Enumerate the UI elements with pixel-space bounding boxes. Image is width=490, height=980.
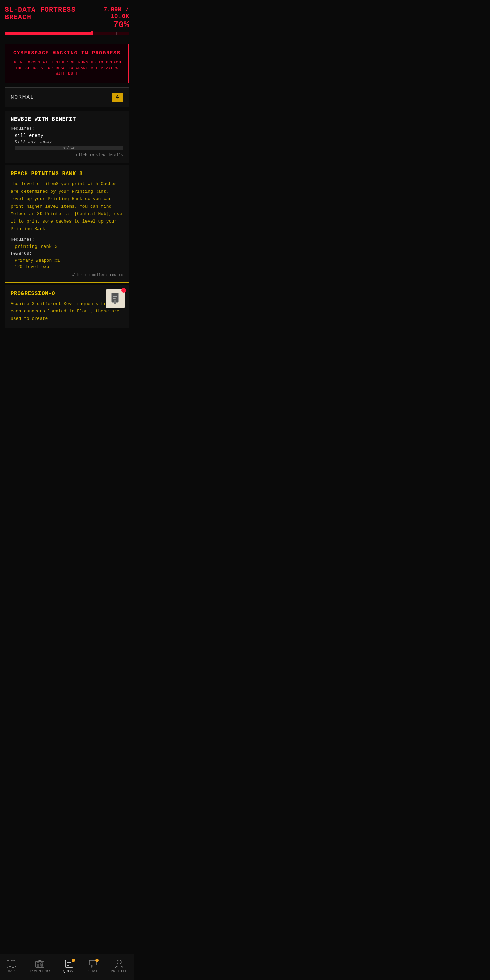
reward-1: Primary weapon x1 xyxy=(14,258,123,263)
requirement-name: Kill enemy xyxy=(14,133,123,138)
nav-map-label: MAP xyxy=(8,969,15,973)
click-details[interactable]: Click to view details xyxy=(11,153,123,157)
newbie-title: NEWBIE WITH BENEFIT xyxy=(11,116,123,123)
bottom-nav: MAP INVENTORY QUEST xyxy=(0,954,134,980)
progress-fill xyxy=(5,32,92,35)
svg-marker-5 xyxy=(7,959,16,968)
svg-rect-2 xyxy=(113,296,117,297)
score-area: 7.09K / 10.0K 70% xyxy=(89,6,129,30)
tick xyxy=(117,32,117,35)
quest-card-newbie[interactable]: NEWBIE WITH BENEFIT Requires: Kill enemy… xyxy=(5,111,129,163)
printing-requires: Requires: xyxy=(11,237,123,242)
chat-icon xyxy=(88,959,98,968)
newbie-requirement: Kill enemy Kill any enemy 0 / 10 xyxy=(14,133,123,150)
normal-section: NORMAL 4 xyxy=(5,88,129,107)
normal-label: NORMAL xyxy=(11,94,34,100)
quest-card-progression[interactable]: PROGRESSION-0 Acquire 3 different Key Fr… xyxy=(5,285,129,328)
svg-rect-12 xyxy=(40,966,43,966)
quest-notification-dot xyxy=(72,959,75,962)
score-text: 7.09K / 10.0K xyxy=(89,6,129,20)
inventory-icon xyxy=(35,959,45,968)
rewards-label: rewards: xyxy=(11,251,123,256)
nav-inventory[interactable]: INVENTORY xyxy=(25,958,55,975)
nav-chat-label: CHAT xyxy=(88,969,98,973)
newbie-progress-text: 0 / 10 xyxy=(63,146,74,150)
requirement-desc: Kill any enemy xyxy=(14,139,123,144)
nav-quest-label: QUEST xyxy=(63,969,75,973)
main-progress-bar xyxy=(5,32,129,35)
printing-requirement-item: printing rank 3 xyxy=(14,244,123,250)
page-title: SL-DATA FORTRESS BREACH xyxy=(5,6,89,21)
count-badge: 4 xyxy=(112,92,123,102)
nav-quest[interactable]: QUEST xyxy=(59,958,79,975)
nav-chat[interactable]: CHAT xyxy=(84,958,102,975)
chat-notification-dot xyxy=(95,959,99,962)
svg-rect-4 xyxy=(114,300,117,304)
quest-card-printing[interactable]: REACH PRINTING RANK 3 The level of itemS… xyxy=(5,165,129,283)
page-wrapper: SL-DATA FORTRESS BREACH 7.09K / 10.0K 70… xyxy=(0,0,134,980)
svg-point-17 xyxy=(117,960,121,964)
svg-rect-3 xyxy=(113,298,116,299)
quest-icon xyxy=(64,959,74,968)
svg-rect-11 xyxy=(37,966,39,966)
nav-map[interactable]: MAP xyxy=(2,958,21,975)
profile-icon xyxy=(114,959,124,968)
svg-rect-1 xyxy=(113,295,117,295)
header-top: SL-DATA FORTRESS BREACH 7.09K / 10.0K 70… xyxy=(5,6,129,30)
map-icon xyxy=(6,959,17,968)
cyberspace-title: CYBERSPACE HACKING IN PROGRESS xyxy=(11,50,123,56)
printing-requirement: printing rank 3 xyxy=(14,244,123,250)
score-percent: 70% xyxy=(89,20,129,30)
svg-rect-9 xyxy=(37,963,39,965)
nav-profile[interactable]: PROFILE xyxy=(107,958,131,975)
nav-profile-label: PROFILE xyxy=(111,969,127,973)
header: SL-DATA FORTRESS BREACH 7.09K / 10.0K 70… xyxy=(0,0,134,41)
newbie-progress-bar: 0 / 10 xyxy=(14,146,123,150)
newbie-requires: Requires: xyxy=(11,126,123,131)
svg-rect-10 xyxy=(40,963,43,965)
cyberspace-description: JOIN FORCES WITH OTHER NETRUNNERS TO BRE… xyxy=(11,60,123,76)
nav-inventory-label: INVENTORY xyxy=(29,969,51,973)
progression-icon xyxy=(105,289,124,308)
notification-dot xyxy=(121,288,126,293)
reward-2: 120 level exp xyxy=(14,264,123,269)
printing-body: The level of itemS you print with Caches… xyxy=(11,180,123,233)
click-collect[interactable]: Click to collect reward xyxy=(11,273,123,277)
cyberspace-box: CYBERSPACE HACKING IN PROGRESS JOIN FORC… xyxy=(5,43,129,83)
printing-title: REACH PRINTING RANK 3 xyxy=(11,171,123,177)
